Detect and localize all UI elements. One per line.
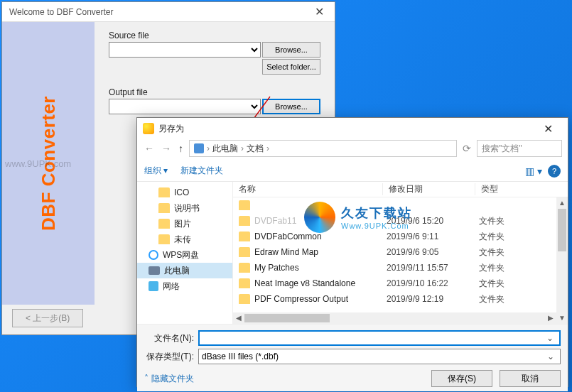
file-row[interactable]: My Patches2019/9/11 15:57文件夹 xyxy=(233,260,568,276)
output-browse-button[interactable]: Browse... xyxy=(262,99,320,114)
tree-label: 说明书 xyxy=(174,202,200,214)
file-row[interactable]: Neat Image v8 Standalone2019/9/10 16:22文… xyxy=(233,276,568,291)
save-button[interactable]: 保存(S) xyxy=(431,370,492,387)
folder-icon xyxy=(158,187,170,197)
file-name: Neat Image v8 Standalone xyxy=(254,278,387,288)
select-folder-button[interactable]: Select folder... xyxy=(262,59,320,75)
dbf-titlebar: Welcome to DBF Converter ✕ xyxy=(2,2,335,22)
tree-node[interactable]: 未传 xyxy=(137,232,232,247)
tree-label: 网络 xyxy=(163,281,180,293)
output-file-select[interactable] xyxy=(109,99,261,114)
file-row[interactable]: DVDFab112019/9/6 15:20文件夹 xyxy=(233,213,568,229)
filetype-label: 保存类型(T): xyxy=(144,351,194,363)
folder-icon xyxy=(158,234,170,244)
file-list-header: 名称 修改日期 类型 xyxy=(233,182,568,197)
file-name: My Patches xyxy=(254,263,387,273)
crumb-folder[interactable]: 文档 xyxy=(247,143,264,155)
view-mode-button[interactable]: ▥ ▾ xyxy=(525,165,542,177)
col-date[interactable]: 修改日期 xyxy=(382,183,475,195)
file-row[interactable]: DVDFabCommon2019/9/6 9:11文件夹 xyxy=(233,229,568,244)
refresh-icon[interactable]: ⟳ xyxy=(461,143,473,154)
new-folder-button[interactable]: 新建文件夹 xyxy=(180,165,223,177)
folder-icon xyxy=(239,278,250,288)
output-file-label: Output file xyxy=(109,87,320,97)
file-date: 2019/9/6 9:11 xyxy=(387,232,479,241)
file-date: 2019/9/10 16:22 xyxy=(387,278,479,288)
file-name: DVDFab11 xyxy=(254,216,387,226)
search-input[interactable]: 搜索"文档" xyxy=(477,140,562,157)
filetype-select[interactable]: dBase III files (*.dbf)⌄ xyxy=(198,349,561,364)
tree-node[interactable]: 网络 xyxy=(137,278,232,294)
close-icon[interactable]: ✕ xyxy=(534,122,562,136)
nav-up-icon[interactable]: ↑ xyxy=(177,143,185,154)
save-bottom-panel: 文件名(N): ⌄ 保存类型(T): dBase III files (*.db… xyxy=(137,324,568,391)
file-row[interactable]: Edraw Mind Map2019/9/6 9:05文件夹 xyxy=(233,244,568,260)
file-type: 文件夹 xyxy=(479,215,536,227)
file-row[interactable]: PDF Compressor Output2019/9/9 12:19文件夹 xyxy=(233,291,568,307)
tree-label: ICO xyxy=(174,187,189,197)
file-date: 2019/9/6 15:20 xyxy=(387,216,479,226)
file-row[interactable] xyxy=(233,197,568,213)
pc-icon xyxy=(149,266,160,275)
folder-icon xyxy=(239,232,250,241)
breadcrumb[interactable]: › 此电脑 › 文档 › xyxy=(189,140,457,157)
filename-label: 文件名(N): xyxy=(144,332,194,344)
folder-icon xyxy=(239,294,250,304)
cancel-button[interactable]: 取消 xyxy=(500,370,561,387)
source-file-select[interactable] xyxy=(109,42,261,58)
wps-icon xyxy=(149,250,158,260)
folder-icon xyxy=(239,216,250,226)
chevron-up-icon: ˄ xyxy=(144,374,149,383)
file-type: 文件夹 xyxy=(479,278,536,290)
file-type: 文件夹 xyxy=(479,231,536,243)
folder-icon xyxy=(239,263,250,273)
nav-forward-icon[interactable]: → xyxy=(160,143,173,154)
tree-label: 未传 xyxy=(174,234,191,246)
help-icon[interactable]: ? xyxy=(548,165,561,178)
vertical-scrollbar[interactable]: ▲▼ xyxy=(556,197,568,324)
file-name: DVDFabCommon xyxy=(254,232,387,241)
save-titlebar: 另存为 ✕ xyxy=(137,118,568,139)
folder-icon xyxy=(158,203,170,213)
toolbar: 组织 ▾ 新建文件夹 ▥ ▾ ? xyxy=(137,160,568,182)
chevron-down-icon[interactable]: ⌄ xyxy=(544,333,556,343)
nav-bar: ← → ↑ › 此电脑 › 文档 › ⟳ 搜索"文档" xyxy=(137,139,568,160)
nav-back-icon[interactable]: ← xyxy=(143,143,156,154)
file-date: 2019/9/9 12:19 xyxy=(387,294,479,304)
folder-icon xyxy=(239,200,250,210)
file-name: PDF Compressor Output xyxy=(254,294,387,304)
save-title: 另存为 xyxy=(158,123,534,135)
hide-folders-toggle[interactable]: ˄隐藏文件夹 xyxy=(144,373,194,385)
tree-node[interactable]: 图片 xyxy=(137,216,232,232)
save-as-dialog: 另存为 ✕ ← → ↑ › 此电脑 › 文档 › ⟳ 搜索"文档" 组织 ▾ 新… xyxy=(136,117,568,387)
source-browse-button[interactable]: Browse... xyxy=(262,42,320,58)
folder-icon xyxy=(158,219,170,229)
close-icon[interactable]: ✕ xyxy=(308,5,330,18)
filename-input[interactable]: ⌄ xyxy=(198,330,561,346)
crumb-root[interactable]: 此电脑 xyxy=(212,143,238,155)
tree-node[interactable]: WPS网盘 xyxy=(137,247,232,263)
dbf-title: Welcome to DBF Converter xyxy=(6,7,308,17)
app-icon xyxy=(143,123,154,134)
tree-label: 图片 xyxy=(174,218,191,230)
file-type: 文件夹 xyxy=(479,293,536,305)
pc-icon xyxy=(194,143,204,153)
file-date: 2019/9/6 9:05 xyxy=(387,247,479,257)
back-button[interactable]: < 上一步(B) xyxy=(12,309,83,327)
horizontal-scrollbar[interactable]: ◀▶ xyxy=(233,312,556,324)
watermark-text: www.9UPK.com xyxy=(5,158,71,169)
file-type: 文件夹 xyxy=(479,246,536,258)
folder-icon xyxy=(239,247,250,257)
col-type[interactable]: 类型 xyxy=(475,183,531,195)
tree-node[interactable]: 说明书 xyxy=(137,200,232,216)
file-list[interactable]: 名称 修改日期 类型 DVDFab112019/9/6 15:20文件夹DVDF… xyxy=(233,182,568,324)
organize-menu[interactable]: 组织 ▾ xyxy=(144,165,168,177)
net-icon xyxy=(149,281,158,291)
tree-label: WPS网盘 xyxy=(163,249,199,261)
chevron-down-icon[interactable]: ⌄ xyxy=(544,352,557,361)
tree-node[interactable]: 此电脑 xyxy=(137,263,232,278)
tree-node[interactable]: ICO xyxy=(137,185,232,200)
folder-tree[interactable]: ICO说明书图片未传WPS网盘此电脑网络 xyxy=(137,182,233,324)
tree-label: 此电脑 xyxy=(164,265,190,277)
col-name[interactable]: 名称 xyxy=(233,183,382,195)
